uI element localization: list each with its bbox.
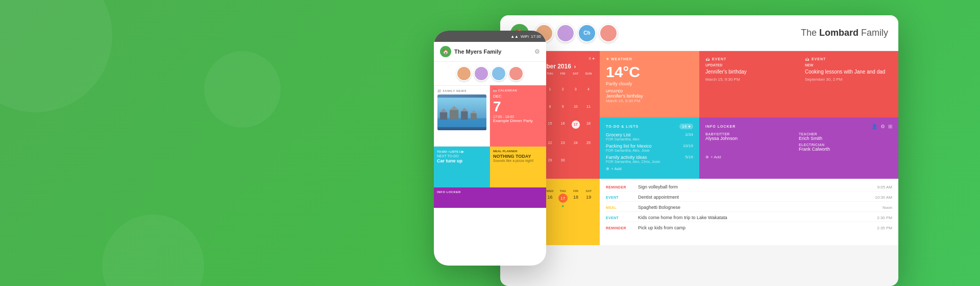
phone-todo-next-label: NEXT TO-DO bbox=[437, 154, 487, 158]
phone-calendar-label: 📅 CALENDAR bbox=[493, 88, 543, 92]
phone-todo-item: Car tune up bbox=[437, 158, 487, 163]
meal-day-thu: THU bbox=[557, 189, 569, 193]
phone-info-locker-widget: INFO LOCKER bbox=[434, 187, 546, 208]
list-item: Packing list for Mexico 10/19 FOR Samant… bbox=[606, 144, 693, 152]
phone-todo-label: TO-DO • LISTS 1 ▶ bbox=[437, 150, 487, 153]
phone-calendar-month: DEC bbox=[493, 94, 543, 99]
phone-status-bar: ▲▲ WiFi 17:30 bbox=[434, 31, 546, 42]
tablet-event1-widget: 📅 EVENT UPDATED Jennifer's birthday Marc… bbox=[699, 51, 799, 117]
svg-rect-4 bbox=[450, 110, 458, 120]
phone-calendar-time: 17:00 - 18:00 bbox=[493, 115, 543, 118]
avatar-2[interactable] bbox=[474, 66, 489, 81]
todo-item-3-sub: FOR Samantha, Alex, Chris, Josie bbox=[606, 160, 693, 163]
cal-day-9: 9 bbox=[557, 104, 569, 120]
phone-avatars bbox=[434, 62, 546, 85]
meal-dot-5: ● bbox=[557, 204, 569, 208]
svg-rect-2 bbox=[440, 112, 447, 120]
event-time-3: Noon bbox=[883, 205, 892, 210]
phone-family-news-widget: 📰 FAMILY NEWS bbox=[434, 85, 490, 147]
phone-todo-widget: TO-DO • LISTS 1 ▶ NEXT TO-DO Car tune up bbox=[434, 147, 490, 187]
cal-day-24: 24 bbox=[570, 140, 582, 156]
tablet-info-label: INFO LOCKER bbox=[705, 125, 736, 128]
tablet-events-list: REMINDER Sign volleyball form 9:05 AM EV… bbox=[600, 179, 898, 245]
tablet-info-locker-widget: INFO LOCKER 👤 ⚙ ⊞ BABYSITTER Alyssa John… bbox=[699, 117, 898, 179]
meal-num-17-today: 17 bbox=[558, 194, 568, 203]
tablet-cal-header-fri: FRI bbox=[557, 72, 569, 86]
tablet-todo-add[interactable]: ⊕ + Add bbox=[606, 166, 693, 171]
event-time-2: 10:30 AM bbox=[875, 195, 892, 200]
table-row: REMINDER Sign volleyball form 9:05 AM bbox=[606, 183, 892, 192]
tablet-family-title: The Lombard Family bbox=[801, 28, 888, 38]
event-name-2: Dentist appointment bbox=[634, 195, 875, 200]
event-name-5: Pick up kids from camp bbox=[634, 225, 877, 230]
tablet-event2-title: Cooking lessons with Jane and dad bbox=[805, 68, 892, 75]
todo-item-1-sub: FOR Samantha, Alex bbox=[606, 137, 693, 141]
tablet-cal-header-sun: SUN bbox=[582, 72, 595, 86]
cal-day-16: 16 bbox=[557, 121, 569, 139]
phone-family-name: The Myers Family bbox=[454, 49, 534, 55]
tablet-avatars: Ch bbox=[535, 24, 618, 42]
info-grid-icon: ⊞ bbox=[888, 124, 892, 129]
info-locker-right: TEACHER Erich Smith ELECTRICIAN Frank Ca… bbox=[799, 132, 892, 152]
tablet-todo-label: TO-DO & LISTS bbox=[606, 125, 639, 128]
cal-day-2: 2 bbox=[557, 86, 569, 103]
table-row: REMINDER Pick up kids from camp 2:35 PM bbox=[606, 224, 892, 232]
phone-settings-icon[interactable]: ⚙ bbox=[534, 48, 540, 55]
event-time-4: 2:30 PM bbox=[877, 216, 892, 220]
tablet-cal-num: 6 ● bbox=[589, 56, 595, 61]
tablet-event1-label: 📅 EVENT bbox=[705, 57, 793, 61]
avatar-1[interactable] bbox=[456, 66, 472, 81]
phone-signal: ▲▲ bbox=[510, 34, 519, 39]
todo-item-2-sub: FOR Samantha, Alex, Josie bbox=[606, 149, 693, 152]
phone-info-locker-label: INFO LOCKER bbox=[437, 190, 543, 194]
tablet-main-grid: 📅 CALENDAR 6 ● September 2016 › MON TUE … bbox=[500, 51, 898, 286]
phone-meal-nothing: NOTHING TODAY bbox=[493, 154, 543, 159]
info-teacher-label: TEACHER bbox=[799, 132, 892, 136]
info-gear-icon: ⚙ bbox=[880, 124, 885, 129]
phone-meal-label: MEAL PLANNER bbox=[493, 150, 543, 153]
todo-item-2-name: Packing list for Mexico bbox=[606, 144, 652, 149]
info-locker-electrician: ELECTRICIAN Frank Calworth bbox=[799, 143, 892, 152]
tablet-todo-header: TO-DO & LISTS 14 ● bbox=[606, 124, 693, 129]
avatar-4[interactable] bbox=[508, 66, 524, 81]
tablet-avatar-2[interactable] bbox=[556, 24, 575, 42]
phone-family-news-label: 📰 FAMILY NEWS bbox=[437, 89, 486, 92]
event-name-1: Sign volleyball form bbox=[634, 184, 877, 189]
todo-item-1-name: Grocery List bbox=[606, 132, 631, 137]
meal-day-fri: FRI bbox=[570, 189, 581, 193]
tablet-avatar-4[interactable] bbox=[599, 24, 618, 42]
phone-wifi: WiFi bbox=[521, 34, 529, 39]
tablet-event2-widget: 📅 EVENT NEW Cooking lessons with Jane an… bbox=[799, 51, 898, 117]
info-teacher-value: Erich Smith bbox=[799, 136, 892, 141]
info-babysitter-value: Alyssa Johnson bbox=[705, 136, 799, 141]
tablet-mockup: 🏠 Ch The Lombard Family 📅 CALENDAR 6 ● S… bbox=[500, 15, 898, 286]
info-locker-babysitter: BABYSITTER Alyssa Johnson bbox=[705, 132, 799, 152]
event-time-5: 2:35 PM bbox=[877, 226, 892, 230]
tablet-info-header: INFO LOCKER 👤 ⚙ ⊞ bbox=[705, 124, 892, 129]
svg-rect-8 bbox=[471, 113, 477, 120]
cal-day-10: 10 bbox=[570, 104, 582, 120]
event-type-1: REMINDER bbox=[606, 185, 634, 189]
tablet-todo-list: Grocery List 2/34 FOR Samantha, Alex Pac… bbox=[606, 132, 693, 163]
phone-time: 17:30 bbox=[531, 34, 541, 39]
tablet-header: 🏠 Ch The Lombard Family bbox=[500, 15, 898, 51]
cal-day-11: 11 bbox=[582, 104, 595, 120]
tablet-info-add[interactable]: ⊕ + Add bbox=[705, 155, 892, 159]
info-babysitter-label: BABYSITTER bbox=[705, 132, 799, 136]
event-name-3: Spaghetti Bolognese bbox=[634, 205, 883, 210]
cal-day-30: 30 bbox=[557, 157, 569, 174]
tablet-weather-temp: 14°C bbox=[606, 63, 693, 80]
info-locker-teacher: TEACHER Erich Smith bbox=[799, 132, 892, 141]
event-type-2: EVENT bbox=[606, 196, 634, 199]
event-type-3: MEAL bbox=[606, 206, 634, 209]
todo-item-1-count: 2/34 bbox=[685, 132, 693, 137]
cal-day-25: 25 bbox=[582, 140, 595, 156]
avatar-3[interactable] bbox=[491, 66, 506, 81]
phone-calendar-event: Example Dinner Party bbox=[493, 118, 543, 123]
list-item: Family activity ideas 5/16 FOR Samantha,… bbox=[606, 155, 693, 163]
bg-decoration-3 bbox=[204, 51, 281, 128]
tablet-avatar-3[interactable]: Ch bbox=[578, 24, 596, 42]
meal-dot-6 bbox=[570, 204, 581, 208]
tablet-event2-label: 📅 EVENT bbox=[805, 57, 892, 61]
todo-item-3-count: 5/16 bbox=[685, 155, 693, 160]
